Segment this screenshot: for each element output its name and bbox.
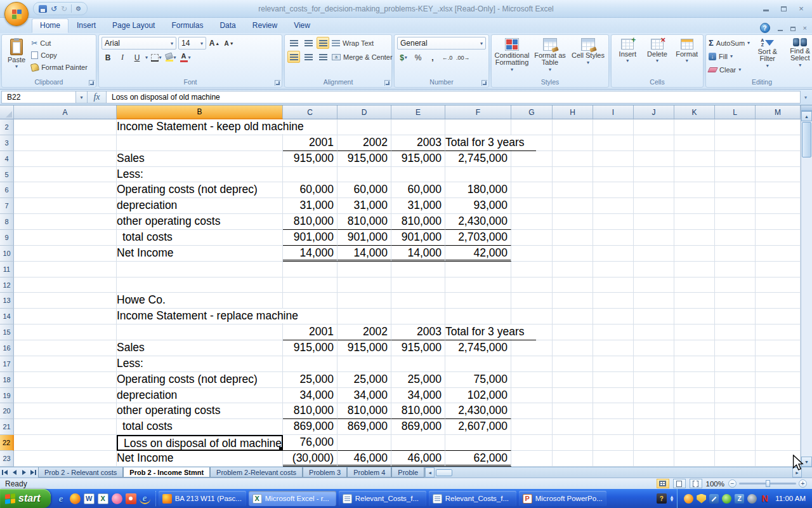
cell-L19[interactable] — [715, 388, 756, 404]
cell-G13[interactable] — [511, 293, 553, 309]
cell-B19[interactable]: depreciation — [117, 388, 283, 404]
sheet-tab-proble[interactable]: Proble — [391, 467, 424, 478]
row-header-13[interactable]: 13 — [0, 293, 14, 309]
cell-E12[interactable] — [391, 277, 445, 293]
cell-A4[interactable] — [14, 151, 117, 167]
workbook-minimize-button[interactable] — [778, 25, 783, 31]
format-cells-button[interactable]: Format ▾ — [673, 37, 700, 78]
cell-H4[interactable] — [553, 151, 593, 167]
cell-E10[interactable]: 14,000 — [391, 246, 445, 262]
cell-B13[interactable]: Howe Co. — [117, 293, 283, 309]
cell-I4[interactable] — [593, 151, 634, 167]
cell-B23[interactable]: Net Income — [117, 451, 283, 467]
number-dialog-launcher[interactable] — [481, 80, 487, 86]
cell-K12[interactable] — [674, 277, 715, 293]
task-button-microsoft-powerpo[interactable]: Microsoft PowerPo... — [519, 491, 606, 506]
cell-E11[interactable] — [391, 262, 445, 277]
row-header-10[interactable]: 10 — [0, 246, 14, 262]
cell-C4[interactable]: 915,000 — [283, 151, 337, 167]
align-right-button[interactable] — [317, 51, 329, 63]
horizontal-scrollbar[interactable]: ◄ ► — [424, 467, 812, 478]
cell-C9[interactable]: 901,000 — [283, 230, 337, 246]
cell-J4[interactable] — [634, 151, 674, 167]
cell-B10[interactable]: Net Income — [117, 246, 283, 262]
column-header-e[interactable]: E — [391, 105, 445, 119]
sheet-nav-first-button[interactable] — [0, 467, 10, 478]
cell-K15[interactable] — [674, 324, 715, 340]
cell-B18[interactable]: Operating costs (not deprec) — [117, 372, 283, 388]
task-button-microsoft-excel-r[interactable]: Microsoft Excel - r... — [249, 491, 336, 506]
task-button-relevant-costs-f[interactable]: Relevant_Costs_f... — [429, 491, 516, 506]
cell-E13[interactable] — [391, 293, 445, 309]
alignment-dialog-launcher[interactable] — [384, 80, 390, 86]
minimize-button[interactable] — [761, 5, 770, 13]
sheet-nav-last-button[interactable] — [29, 467, 38, 478]
cell-K7[interactable] — [674, 198, 715, 214]
top-align-button[interactable] — [287, 37, 300, 49]
cell-A12[interactable] — [14, 277, 117, 293]
cell-B20[interactable]: other operating costs — [117, 403, 283, 419]
column-header-f[interactable]: F — [445, 105, 511, 119]
key-icon[interactable] — [112, 493, 122, 504]
cell-L11[interactable] — [715, 262, 756, 277]
cell-E18[interactable]: 25,000 — [391, 372, 445, 388]
insert-cells-button[interactable]: Insert ▾ — [614, 37, 641, 78]
cell-E16[interactable]: 915,000 — [391, 340, 445, 356]
cell-A9[interactable] — [14, 230, 117, 246]
cell-L8[interactable] — [715, 214, 756, 230]
cell-L6[interactable] — [715, 182, 756, 198]
cell-F21[interactable]: 2,607,000 — [445, 419, 511, 435]
expand-formula-bar-button[interactable]: ▾ — [801, 91, 811, 104]
cell-H22[interactable] — [553, 435, 593, 451]
sheet-tab-problem-2-relevant-costs[interactable]: Problem 2-Relevant costs — [210, 467, 303, 478]
cell-L15[interactable] — [715, 324, 756, 340]
cell-I23[interactable] — [593, 451, 634, 467]
status-badge-icon[interactable]: ? — [657, 493, 667, 504]
formula-input[interactable]: Loss on disposal of old machine — [107, 91, 801, 104]
shrink-font-button[interactable]: A▼ — [223, 37, 235, 50]
cell-I14[interactable] — [593, 309, 634, 324]
office-button[interactable] — [4, 2, 29, 26]
cell-I15[interactable] — [593, 324, 634, 340]
cell-H13[interactable] — [553, 293, 593, 309]
cell-K9[interactable] — [674, 230, 715, 246]
cell-J20[interactable] — [634, 403, 674, 419]
scroll-right-button[interactable]: ► — [792, 467, 802, 478]
cell-D3[interactable]: 2002 — [337, 135, 391, 151]
cell-H19[interactable] — [553, 388, 593, 404]
cell-H7[interactable] — [553, 198, 593, 214]
cell-F11[interactable] — [445, 262, 511, 277]
select-all-button[interactable] — [0, 105, 14, 119]
cell-A20[interactable] — [14, 403, 117, 419]
cell-A8[interactable] — [14, 214, 117, 230]
tab-data[interactable]: Data — [211, 18, 244, 33]
cell-M19[interactable] — [756, 388, 801, 404]
cell-B4[interactable]: Sales — [117, 151, 283, 167]
cell-I22[interactable] — [593, 435, 634, 451]
cell-M9[interactable] — [756, 230, 801, 246]
sheet-tab-prob-2-relevant-costs[interactable]: Prob 2 - Relevant costs — [38, 467, 123, 478]
cell-J23[interactable] — [634, 451, 674, 467]
cell-F7[interactable]: 93,000 — [445, 198, 511, 214]
cell-F19[interactable]: 102,000 — [445, 388, 511, 404]
delete-cells-button[interactable]: Delete ▾ — [644, 37, 671, 78]
cell-D11[interactable] — [337, 262, 391, 277]
cell-F4[interactable]: 2,745,000 — [445, 151, 511, 167]
column-header-l[interactable]: L — [715, 105, 756, 119]
clear-button[interactable]: Clear ▾ — [709, 64, 750, 76]
cell-H14[interactable] — [553, 309, 593, 324]
column-header-i[interactable]: I — [593, 105, 634, 119]
cell-H2[interactable] — [553, 119, 593, 135]
cell-L20[interactable] — [715, 403, 756, 419]
cell-I16[interactable] — [593, 340, 634, 356]
cell-M11[interactable] — [756, 262, 801, 277]
cell-K8[interactable] — [674, 214, 715, 230]
cell-K5[interactable] — [674, 167, 715, 183]
cell-G16[interactable] — [511, 340, 553, 356]
cell-M12[interactable] — [756, 277, 801, 293]
row-header-18[interactable]: 18 — [0, 372, 14, 388]
cell-L21[interactable] — [715, 419, 756, 435]
cell-E21[interactable]: 869,000 — [391, 419, 445, 435]
cell-L18[interactable] — [715, 372, 756, 388]
cell-M8[interactable] — [756, 214, 801, 230]
